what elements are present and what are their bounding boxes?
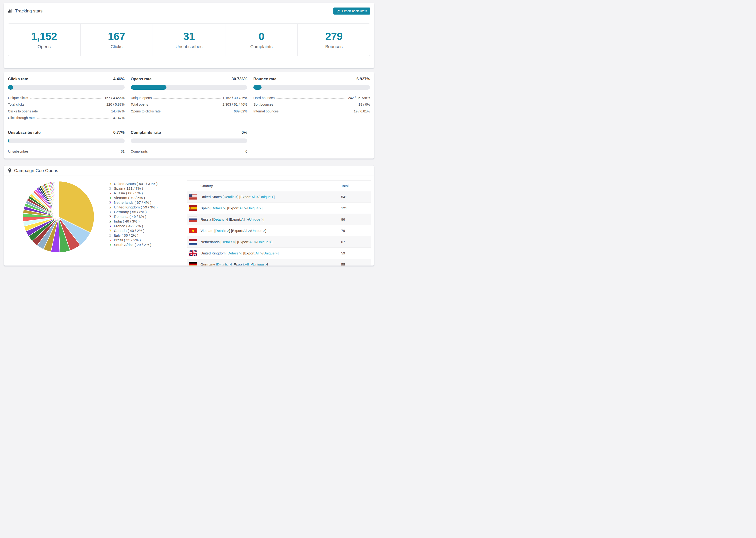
geo-content: United States ( 541 / 31% ) Spain ( 121 … xyxy=(4,176,374,266)
geo-table-row: Spain [Details >] [Export: All > / Uniqu… xyxy=(187,202,371,214)
stat-value: 279 xyxy=(325,30,343,42)
total-cell: 541 xyxy=(341,195,371,199)
country-cell: Netherlands [Details >] [Export: All > /… xyxy=(200,240,341,244)
details-link[interactable]: Details > xyxy=(215,229,229,233)
legend-swatch xyxy=(109,206,111,208)
legend-label: United Kingdom ( 59 / 3% ) xyxy=(114,205,158,209)
rate-detail-row: Click through rate 4.147% xyxy=(8,114,125,121)
export-basic-stats-button[interactable]: Export basic stats xyxy=(333,8,370,15)
legend-item: Vietnam ( 79 / 5% ) xyxy=(109,195,187,200)
legend-swatch xyxy=(109,201,111,204)
export-all-link[interactable]: All > xyxy=(240,206,246,210)
details-link[interactable]: Details > xyxy=(212,206,225,210)
export-unique-link[interactable]: Unique > xyxy=(263,251,278,255)
export-unique-link[interactable]: Unique > xyxy=(251,229,265,233)
details-link[interactable]: Details > xyxy=(217,262,231,266)
es-flag-icon xyxy=(189,205,197,211)
export-all-link[interactable]: All > xyxy=(255,251,262,255)
stat-cell: 167 Clicks xyxy=(81,24,153,56)
legend-label: Canada ( 40 / 2% ) xyxy=(114,229,144,233)
dotted-leader xyxy=(162,112,232,112)
geo-title: Campaign Geo Opens xyxy=(14,168,58,173)
legend-swatch xyxy=(109,234,111,237)
dotted-leader xyxy=(153,98,221,99)
rate-value: 4.46% xyxy=(113,77,125,81)
dotted-leader xyxy=(149,152,244,152)
export-unique-link[interactable]: Unique > xyxy=(257,240,271,244)
rate-panel: Opens rate 30.736% Unique opens 1,152 / … xyxy=(131,77,247,120)
export-all-link[interactable]: All > xyxy=(243,229,250,233)
rates-grid: Clicks rate 4.46% Unique clicks 167 / 4.… xyxy=(8,77,370,154)
details-link[interactable]: Details > xyxy=(221,240,235,244)
legend-item: Russia ( 86 / 5% ) xyxy=(109,191,187,195)
details-link[interactable]: Details > xyxy=(213,217,227,221)
rate-detail-label: Unsubscribes xyxy=(8,149,28,154)
rate-value: 30.736% xyxy=(232,77,247,81)
country-column-header: Country xyxy=(189,184,341,188)
legend-swatch xyxy=(109,215,111,218)
export-unique-link[interactable]: Unique > xyxy=(253,262,267,266)
export-all-link[interactable]: All > xyxy=(251,195,258,199)
legend-swatch xyxy=(109,211,111,213)
legend-item: Brazil ( 33 / 2% ) xyxy=(109,238,187,242)
rate-panel: Clicks rate 4.46% Unique clicks 167 / 4.… xyxy=(8,77,125,120)
campaign-geo-opens-card: Campaign Geo Opens United States ( 541 /… xyxy=(4,165,374,266)
stat-cell: 31 Unsubscribes xyxy=(153,24,225,56)
rate-title: Bounce rate xyxy=(253,77,276,81)
rate-detail-label: Unique opens xyxy=(131,96,152,100)
rate-detail-row: Clicks to opens rate 14.497% xyxy=(8,107,125,114)
details-link[interactable]: Details > xyxy=(228,251,242,255)
dotted-leader xyxy=(40,112,109,112)
vn-flag-icon xyxy=(189,228,197,233)
rate-panel: Complaints rate 0% Complaints 0 xyxy=(131,130,247,154)
total-cell: 79 xyxy=(341,229,371,233)
export-all-link[interactable]: All > xyxy=(241,217,248,221)
rate-detail-label: Total clicks xyxy=(8,103,25,107)
stat-value: 1,152 xyxy=(31,30,57,42)
country-cell: Spain [Details >] [Export: All > / Uniqu… xyxy=(200,206,341,210)
geo-table-row: Russia [Details >] [Export: All > / Uniq… xyxy=(187,214,371,225)
stat-label: Opens xyxy=(37,44,51,49)
details-link[interactable]: Details > xyxy=(224,195,237,199)
geo-table-header: Country Total xyxy=(187,181,371,191)
legend-label: France ( 42 / 2% ) xyxy=(114,224,143,228)
legend-swatch xyxy=(109,183,111,185)
rate-title: Clicks rate xyxy=(8,77,28,81)
legend-swatch xyxy=(109,220,111,223)
rate-detail-value: 19 / 6.81% xyxy=(354,109,370,114)
export-all-link[interactable]: All > xyxy=(249,240,256,244)
tracking-stats-title: Tracking stats xyxy=(15,9,42,14)
geo-country-table: Country Total United States [Details >] … xyxy=(187,180,371,266)
geo-pie-chart xyxy=(8,180,109,254)
legend-item: Romania ( 49 / 3% ) xyxy=(109,214,187,219)
dotted-leader xyxy=(37,118,112,119)
rate-detail-row: Opens to clicks rate 689.82% xyxy=(131,107,247,114)
rate-detail-row: Total clicks 220 / 5.87% xyxy=(8,100,125,107)
total-cell: 121 xyxy=(341,206,371,210)
rate-detail-row: Unique opens 1,152 / 30.736% xyxy=(131,94,247,100)
legend-swatch xyxy=(109,225,111,227)
export-unique-link[interactable]: Unique > xyxy=(249,217,263,221)
rate-detail-label: Clicks to opens rate xyxy=(8,109,38,114)
us-flag-icon xyxy=(189,194,197,199)
export-unique-link[interactable]: Unique > xyxy=(259,195,274,199)
legend-item: United Kingdom ( 59 / 3% ) xyxy=(109,205,187,210)
geo-legend: United States ( 541 / 31% ) Spain ( 121 … xyxy=(109,182,187,247)
legend-swatch xyxy=(109,197,111,199)
total-cell: 55 xyxy=(341,262,371,266)
rate-value: 0.77% xyxy=(113,130,125,135)
legend-swatch xyxy=(109,230,111,232)
country-cell: Germany [Details >] [Export: All > / Uni… xyxy=(200,262,341,266)
legend-swatch xyxy=(109,243,111,246)
export-all-link[interactable]: All > xyxy=(245,262,252,266)
export-unique-link[interactable]: Unique > xyxy=(247,206,261,210)
rate-detail-label: Click through rate xyxy=(8,116,35,120)
country-cell: United States [Details >] [Export: All >… xyxy=(200,195,341,199)
rate-detail-value: 0 xyxy=(245,149,247,154)
map-pin-icon xyxy=(8,168,12,173)
geo-table-row: Vietnam [Details >] [Export: All > / Uni… xyxy=(187,225,371,236)
legend-swatch xyxy=(109,187,111,190)
geo-table-row: Netherlands [Details >] [Export: All > /… xyxy=(187,236,371,247)
legend-swatch xyxy=(109,239,111,241)
rate-detail-label: Hard bounces xyxy=(253,96,274,100)
